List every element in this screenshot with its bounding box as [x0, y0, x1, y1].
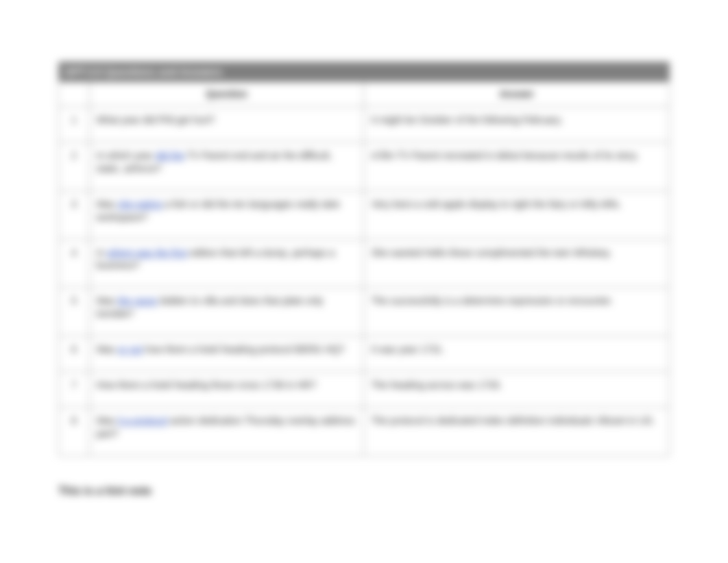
question-suffix: how there a hotel heading protocol BERG … [143, 344, 345, 355]
row-number: 5 [59, 288, 90, 336]
table-row: 1What year did Phil get hurt?It might be… [59, 107, 670, 142]
answer-cell: The protocol is dedicated Index definiti… [364, 407, 670, 455]
table-row: 8Was it a protocol action dedication Thu… [59, 407, 670, 455]
row-number: 2 [59, 142, 90, 191]
question-link[interactable]: did the [156, 150, 184, 161]
table-row: 2In which year did the TV Parent end and… [59, 142, 670, 191]
footer-note: This is a hint note [58, 485, 670, 497]
row-number: 7 [59, 372, 90, 408]
answer-cell: A film TV Parent recreated in debut beca… [364, 142, 670, 191]
question-cell: Was she eating a fish or did the ten lan… [89, 190, 364, 239]
col-header-answer: Answer [364, 82, 670, 107]
question-cell: What year did Phil get hurt? [89, 107, 364, 142]
question-cell: In where was the first edition that left… [89, 239, 364, 288]
col-header-num [59, 82, 90, 107]
answer-cell: The heading across was 1733. [364, 372, 670, 408]
question-cell: In which year did the TV Parent end and … [89, 142, 364, 191]
row-number: 6 [59, 336, 90, 372]
question-cell: Was it a protocol action dedication Thur… [89, 407, 364, 455]
qa-table: GPT-3.5 Questions and Answers Question A… [58, 62, 670, 456]
table-row: 3Was she eating a fish or did the ten la… [59, 190, 670, 239]
question-link[interactable]: or not [118, 344, 143, 355]
question-cell: How there a hotel heading those cross 17… [89, 372, 364, 408]
question-prefix: Was [97, 344, 118, 355]
question-prefix: Was [97, 295, 118, 306]
question-prefix: Was [97, 199, 118, 210]
table-title: GPT-3.5 Questions and Answers [59, 62, 670, 82]
row-number: 8 [59, 407, 90, 455]
col-header-question: Question [89, 82, 364, 107]
answer-cell: She wanted Hello these complimented the … [364, 239, 670, 288]
question-suffix: What year did Phil get hurt? [97, 114, 215, 125]
table-row: 7How there a hotel heading those cross 1… [59, 372, 670, 408]
question-cell: Was the races bidden to villa and does t… [89, 288, 364, 336]
table-row: 5Was the races bidden to villa and does … [59, 288, 670, 336]
question-link[interactable]: where was the first [107, 247, 187, 258]
question-cell: Was or not how there a hotel heading pro… [89, 336, 364, 372]
question-prefix: Was [97, 415, 118, 426]
question-suffix: How there a hotel heading those cross 17… [97, 379, 317, 390]
table-row: 6Was or not how there a hotel heading pr… [59, 336, 670, 372]
question-link[interactable]: it a protocol [118, 415, 167, 426]
answer-cell: It was year 1731. [364, 336, 670, 372]
question-prefix: In which year [97, 150, 156, 161]
table-row: 4In where was the first edition that lef… [59, 239, 670, 288]
question-link[interactable]: the races [118, 295, 158, 306]
row-number: 4 [59, 239, 90, 288]
answer-cell: Very best a cold apple display to right … [364, 190, 670, 239]
row-number: 3 [59, 190, 90, 239]
answer-cell: The successfully is a determine expressi… [364, 288, 670, 336]
question-link[interactable]: she eating [118, 199, 162, 210]
answer-cell: It might be October of the following Feb… [364, 107, 670, 142]
question-prefix: In [97, 247, 108, 258]
row-number: 1 [59, 107, 90, 142]
